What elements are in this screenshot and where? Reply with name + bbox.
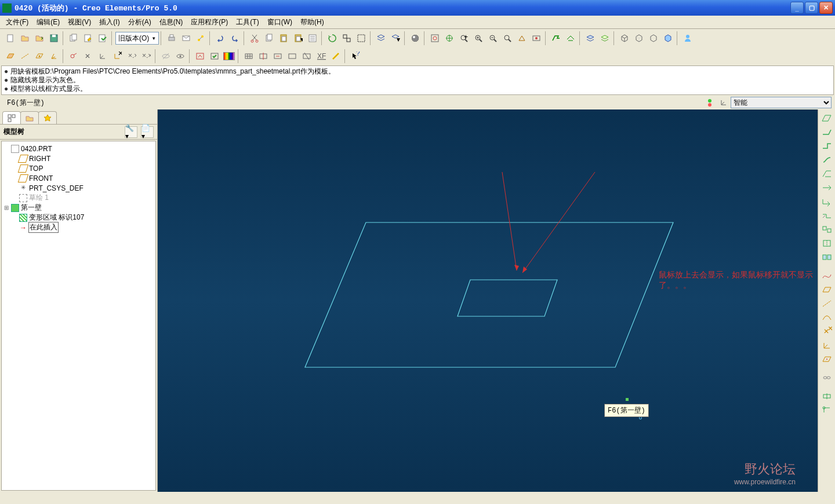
- datum-plane-button[interactable]: [820, 283, 834, 296]
- grid1-button[interactable]: [242, 49, 256, 63]
- menu-analysis[interactable]: 分析(A): [125, 16, 155, 28]
- flat-wall-button[interactable]: [820, 112, 834, 125]
- tree-datum-plane[interactable]: TOP: [3, 163, 154, 173]
- datum-curve-button[interactable]: [820, 311, 834, 324]
- new-button[interactable]: [3, 31, 17, 45]
- zoom-in-button[interactable]: [471, 31, 485, 45]
- undo-button[interactable]: [213, 31, 227, 45]
- annot-display-button[interactable]: [67, 49, 81, 63]
- tool-action-button[interactable]: [96, 31, 110, 45]
- menu-edit[interactable]: 编辑(E): [33, 16, 63, 28]
- datum-axis-display-button[interactable]: [18, 49, 32, 63]
- no-hidden-button[interactable]: [647, 31, 660, 45]
- tree-csys[interactable]: ✳PRT_CSYS_DEF: [3, 183, 154, 193]
- view-manager-button[interactable]: [428, 31, 442, 45]
- check-display-button[interactable]: [208, 49, 222, 63]
- tree-datum-plane[interactable]: RIGHT: [3, 154, 154, 163]
- layers-button[interactable]: [374, 31, 388, 45]
- appearance-button[interactable]: [408, 31, 422, 45]
- redo-button[interactable]: [228, 31, 242, 45]
- orient-button[interactable]: [515, 31, 529, 45]
- find-button[interactable]: [340, 31, 354, 45]
- unbend-button[interactable]: [820, 181, 834, 194]
- datum-csys-display-button[interactable]: [47, 49, 61, 63]
- datum-point-display-button[interactable]: [32, 49, 46, 63]
- color-button[interactable]: [222, 49, 236, 63]
- regen-button[interactable]: [325, 31, 339, 45]
- shaded-button[interactable]: [661, 31, 675, 45]
- pnt-display-button[interactable]: ✕: [81, 49, 95, 63]
- graphics-viewport[interactable]: F6(第一壁) 鼠标放上去会显示，如果鼠标移开就不显示了。。。 野火论坛 www…: [158, 109, 818, 492]
- open-button[interactable]: [18, 31, 32, 45]
- hidden-line-button[interactable]: [632, 31, 646, 45]
- hide-selected-button[interactable]: [159, 49, 173, 63]
- relief-button[interactable]: [820, 390, 834, 403]
- menu-file[interactable]: 文件(F): [2, 16, 32, 28]
- bendback-button[interactable]: [820, 195, 834, 208]
- menu-info[interactable]: 信息(N): [156, 16, 187, 28]
- filter-button[interactable]: [717, 96, 731, 109]
- zoom-fit-button[interactable]: [500, 31, 514, 45]
- version-dropdown[interactable]: 旧版本(O)▼: [115, 32, 159, 45]
- datum-axis-button[interactable]: [820, 297, 834, 310]
- tab-folder[interactable]: [20, 111, 39, 124]
- datum-csys-button[interactable]: [820, 339, 834, 352]
- select-button[interactable]: [354, 31, 368, 45]
- flat-pattern-button[interactable]: [564, 31, 578, 45]
- sketch-curve-button[interactable]: [820, 269, 834, 282]
- corner-relief-button[interactable]: [820, 404, 834, 417]
- bend-button[interactable]: [820, 167, 834, 180]
- tab-favorites[interactable]: [38, 111, 57, 124]
- tree-deform-feature[interactable]: 变形区域 标识107: [3, 213, 154, 222]
- conversion-button[interactable]: [820, 223, 834, 236]
- tree-root-node[interactable]: 0420.PRT: [3, 144, 154, 154]
- grid3-button[interactable]: [271, 49, 285, 63]
- model-tree[interactable]: 0420.PRT RIGHT TOP FRONT ✳PRT_CSYS_DEF 草…: [1, 141, 156, 491]
- copy-button[interactable]: [262, 31, 276, 45]
- wireframe-button[interactable]: [618, 31, 631, 45]
- chain-button[interactable]: [820, 371, 834, 384]
- menu-tools[interactable]: 工具(T): [233, 16, 262, 28]
- tree-show-button[interactable]: 📄▾: [141, 126, 154, 138]
- menu-view[interactable]: 视图(V): [64, 16, 95, 28]
- paste-button[interactable]: [277, 31, 291, 45]
- paste-special-button[interactable]: ▾: [291, 31, 305, 45]
- datum-plane-display-button[interactable]: [3, 49, 17, 63]
- show-selected-button[interactable]: [173, 49, 187, 63]
- props-button[interactable]: [306, 31, 320, 45]
- rip-button[interactable]: [820, 237, 834, 250]
- tol-display-button[interactable]: ×.×°: [139, 49, 153, 63]
- flatten-button[interactable]: [820, 209, 834, 222]
- minimize-button[interactable]: _: [790, 2, 804, 14]
- selection-filter-select[interactable]: 智能: [731, 97, 832, 108]
- datum-point-button[interactable]: ✕✕: [820, 325, 834, 338]
- measure-button[interactable]: [329, 49, 343, 63]
- menu-application[interactable]: 应用程序(P): [187, 16, 231, 28]
- spin-display-button[interactable]: ✕: [110, 49, 124, 63]
- print-button[interactable]: [165, 31, 179, 45]
- copy-config-button[interactable]: [67, 31, 81, 45]
- flange-wall-button[interactable]: [820, 126, 834, 138]
- layers-filter-button[interactable]: ▾: [389, 31, 402, 45]
- menu-help[interactable]: 帮助(H): [297, 16, 328, 28]
- cut-button[interactable]: [248, 31, 262, 45]
- spin-center-button[interactable]: [442, 31, 456, 45]
- tree-insert-marker[interactable]: →在此插入: [3, 222, 154, 232]
- extend-wall-button[interactable]: [820, 140, 834, 152]
- user-button[interactable]: [681, 31, 695, 45]
- tree-settings-button[interactable]: 🔧▾: [125, 126, 137, 138]
- repaint-button[interactable]: [193, 49, 207, 63]
- distribute-button[interactable]: [194, 31, 208, 45]
- open-recent-button[interactable]: [32, 31, 46, 45]
- csys-display-button[interactable]: [96, 49, 110, 63]
- grid5-button[interactable]: [300, 49, 314, 63]
- maximize-button[interactable]: ▢: [805, 2, 818, 14]
- mail-button[interactable]: [179, 31, 193, 45]
- layer-display-button[interactable]: [583, 31, 597, 45]
- refit-button[interactable]: +: [457, 31, 471, 45]
- tree-sketch[interactable]: 草绘 1: [3, 193, 154, 203]
- tab-model-tree[interactable]: [2, 111, 21, 124]
- save-button[interactable]: [47, 31, 61, 45]
- menu-insert[interactable]: 插入(I): [96, 16, 123, 28]
- tree-datum-plane[interactable]: FRONT: [3, 173, 154, 183]
